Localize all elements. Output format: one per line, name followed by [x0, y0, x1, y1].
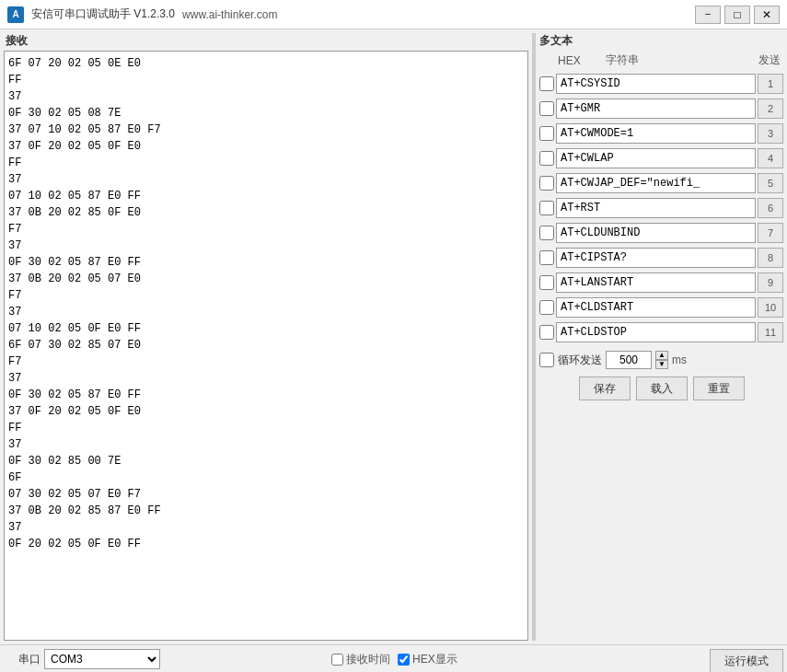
cmd-input-7[interactable] — [556, 223, 756, 243]
vertical-divider[interactable] — [532, 33, 536, 641]
command-row-2: 2 — [539, 97, 783, 121]
col-str-label: 字符串 — [580, 52, 752, 68]
cmd-checkbox-10[interactable] — [539, 300, 554, 315]
hex-display-label: HEX显示 — [412, 652, 457, 667]
loop-ms-label: ms — [672, 353, 687, 366]
loop-send-row: 循环发送 ▲ ▼ ms — [539, 351, 783, 369]
command-rows: 1234567891011 — [539, 72, 783, 345]
recv-time-label: 接收时间 — [346, 652, 390, 667]
cmd-input-10[interactable] — [556, 297, 756, 318]
port-settings: 串口 COM3 波特率 115200 数据位 8 检验位 None 停止位 — [4, 649, 160, 672]
cmd-input-6[interactable] — [556, 198, 756, 218]
open-port-container: 打开串口 — [166, 649, 247, 672]
send-opt-top: 接收时间 HEX显示 — [331, 649, 704, 669]
app-title: 安信可串口调试助手 V1.2.3.0 — [31, 6, 175, 22]
cmd-checkbox-5[interactable] — [539, 176, 554, 191]
cmd-send-btn-3[interactable]: 3 — [758, 123, 783, 144]
cmd-input-1[interactable] — [556, 74, 756, 94]
cmd-input-5[interactable] — [556, 173, 756, 193]
command-row-11: 11 — [539, 320, 783, 344]
port-label: 串口 — [4, 652, 41, 667]
cmd-checkbox-4[interactable] — [539, 151, 554, 166]
cmd-input-4[interactable] — [556, 148, 756, 168]
title-bar: A 安信可串口调试助手 V1.2.3.0 www.ai-thinker.com … — [0, 0, 787, 29]
cmd-send-btn-9[interactable]: 9 — [758, 272, 783, 293]
cmd-checkbox-3[interactable] — [539, 126, 554, 141]
reset-button[interactable]: 重置 — [693, 377, 745, 400]
cmd-checkbox-6[interactable] — [539, 201, 554, 215]
multitext-title: 多文本 — [539, 33, 573, 49]
cmd-send-btn-7[interactable]: 7 — [758, 223, 783, 243]
send-options: 接收时间 HEX显示 自动换行 定时发送 ms/次 发送新行 — [331, 649, 704, 672]
port-row: 串口 COM3 — [4, 649, 160, 669]
command-row-9: 9 — [539, 271, 783, 295]
mid-buttons: 清空接收 保存接收 — [252, 649, 326, 672]
window-controls: － □ ✕ — [695, 6, 780, 24]
receive-label: 接收 — [4, 33, 528, 49]
cmd-checkbox-11[interactable] — [539, 325, 554, 340]
main-content: 接收 6F 07 20 02 05 0E E0 FF 37 0F 30 02 0… — [0, 29, 787, 644]
loop-spin-down[interactable]: ▼ — [655, 360, 668, 369]
cmd-send-btn-1[interactable]: 1 — [758, 74, 783, 94]
action-row: 保存 载入 重置 — [539, 377, 783, 400]
loop-ms-input[interactable] — [606, 351, 652, 369]
cmd-input-2[interactable] — [556, 98, 756, 119]
hex-display-option[interactable]: HEX显示 — [398, 652, 457, 667]
cmd-send-btn-10[interactable]: 10 — [758, 297, 783, 318]
right-panel: 多文本 HEX 字符串 发送 1234567891011 循环发送 ▲ ▼ ms… — [539, 33, 783, 641]
cmd-checkbox-1[interactable] — [539, 76, 554, 91]
cmd-input-11[interactable] — [556, 322, 756, 342]
hex-display-checkbox[interactable] — [398, 654, 410, 666]
col-hex-label: HEX — [558, 54, 576, 67]
minimize-button[interactable]: － — [695, 6, 721, 24]
cmd-send-btn-5[interactable]: 5 — [758, 173, 783, 193]
cmd-send-btn-11[interactable]: 11 — [758, 322, 783, 342]
recv-time-checkbox[interactable] — [331, 654, 343, 666]
app-icon: A — [7, 6, 24, 23]
save-button[interactable]: 保存 — [579, 377, 631, 400]
receive-box[interactable]: 6F 07 20 02 05 0E E0 FF 37 0F 30 02 05 0… — [4, 51, 528, 641]
cmd-send-btn-8[interactable]: 8 — [758, 248, 783, 268]
loop-spin-up[interactable]: ▲ — [655, 351, 668, 360]
multitext-header: 多文本 — [539, 33, 783, 49]
cmd-send-btn-6[interactable]: 6 — [758, 198, 783, 218]
app-url: www.ai-thinker.com — [182, 8, 277, 21]
loop-send-label: 循环发送 — [558, 353, 602, 368]
left-panel: 接收 6F 07 20 02 05 0E E0 FF 37 0F 30 02 0… — [4, 33, 528, 641]
command-row-1: 1 — [539, 72, 783, 96]
cmd-input-9[interactable] — [556, 272, 756, 293]
cmd-checkbox-8[interactable] — [539, 250, 554, 265]
cmd-input-8[interactable] — [556, 248, 756, 268]
command-row-4: 4 — [539, 146, 783, 170]
command-row-6: 6 — [539, 196, 783, 220]
run-mode-button[interactable]: 运行模式 — [710, 649, 783, 672]
multitext-cols: HEX 字符串 发送 — [539, 52, 783, 68]
cmd-input-3[interactable] — [556, 123, 756, 144]
right-buttons: 运行模式 下载模式 隐藏面板 显示历史 — [710, 649, 783, 672]
bottom-bar: 串口 COM3 波特率 115200 数据位 8 检验位 None 停止位 — [0, 644, 787, 672]
command-row-5: 5 — [539, 171, 783, 195]
cmd-checkbox-9[interactable] — [539, 275, 554, 290]
cmd-send-btn-4[interactable]: 4 — [758, 148, 783, 168]
loop-send-checkbox[interactable] — [539, 353, 554, 367]
recv-time-option[interactable]: 接收时间 — [331, 652, 390, 667]
cmd-checkbox-7[interactable] — [539, 226, 554, 240]
close-button[interactable]: ✕ — [754, 6, 780, 24]
port-select[interactable]: COM3 — [44, 649, 160, 669]
command-row-8: 8 — [539, 246, 783, 270]
command-row-7: 7 — [539, 221, 783, 245]
col-send-label: 发送 — [756, 52, 783, 68]
cmd-send-btn-2[interactable]: 2 — [758, 98, 783, 119]
maximize-button[interactable]: □ — [724, 6, 750, 24]
command-row-10: 10 — [539, 295, 783, 319]
cmd-checkbox-2[interactable] — [539, 101, 554, 116]
title-bar-left: A 安信可串口调试助手 V1.2.3.0 www.ai-thinker.com — [7, 6, 277, 23]
load-button[interactable]: 载入 — [636, 377, 688, 400]
command-row-3: 3 — [539, 122, 783, 145]
loop-spinner: ▲ ▼ — [655, 351, 668, 369]
